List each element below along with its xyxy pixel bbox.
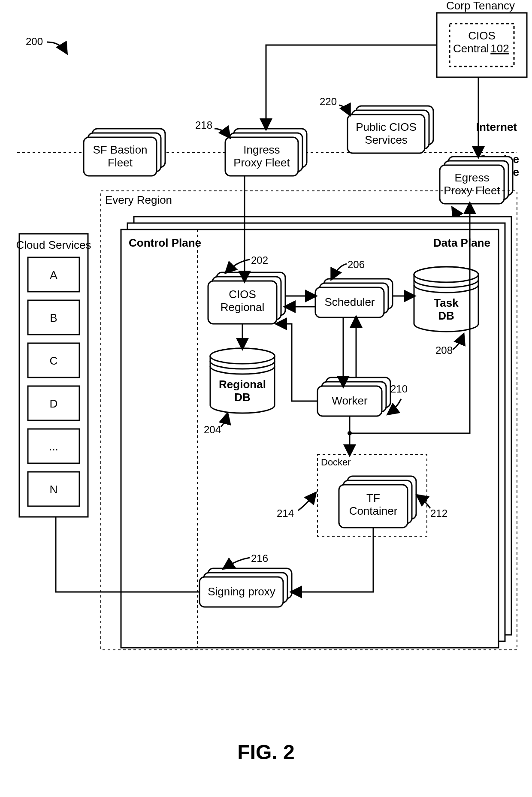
svg-text:C: C (50, 354, 58, 367)
worker: Worker (317, 377, 390, 416)
docker-ref: 214 (277, 507, 294, 519)
svg-text:Regional: Regional (219, 378, 266, 391)
svg-text:Worker: Worker (332, 394, 368, 407)
svg-text:Services: Services (365, 133, 408, 146)
control-plane-label: Control Plane (129, 236, 201, 249)
svg-text:TF: TF (366, 492, 380, 504)
svg-text:CIOS: CIOS (229, 288, 256, 301)
svg-text:Regional: Regional (221, 301, 265, 314)
svg-text:...: ... (49, 440, 58, 453)
regional-db: Regional DB (210, 348, 275, 413)
cloud-item-ellipsis: ... (28, 429, 79, 463)
cios-central-ref: 102 (490, 42, 509, 55)
scheduler-ref: 206 (348, 259, 365, 270)
cios-regional: CIOS Regional (208, 272, 285, 324)
svg-text:B: B (50, 311, 57, 324)
svg-point-36 (414, 267, 478, 282)
internet-label: Internet (476, 121, 517, 133)
docker-label: Docker (321, 457, 351, 468)
signing-proxy: Signing proxy (200, 568, 292, 607)
cloud-item-b: B (28, 300, 79, 335)
tf-container: TF Container (339, 476, 416, 528)
svg-text:Task: Task (434, 296, 459, 309)
tf-ref: 212 (430, 507, 447, 519)
architecture-diagram: 200 Corp Tenancy CIOS Central 102 Intern… (0, 0, 532, 797)
svg-text:SF Bastion: SF Bastion (93, 143, 147, 156)
bastion-fleet: SF Bastion Fleet (84, 129, 165, 176)
cios-central-l1: CIOS (468, 29, 496, 42)
regional-db-ref: 204 (204, 424, 221, 435)
figure-label: FIG. 2 (237, 741, 294, 764)
egress-proxy: Egress Proxy Fleet (440, 157, 513, 204)
svg-text:Container: Container (349, 504, 398, 517)
svg-text:Cloud Services: Cloud Services (16, 238, 91, 251)
svg-text:DB: DB (234, 391, 251, 404)
scheduler: Scheduler (315, 279, 393, 317)
cios-central-l2: Central (453, 42, 489, 55)
svg-text:DB: DB (438, 309, 454, 322)
data-plane-label: Data Plane (433, 236, 490, 249)
svg-text:Fleet: Fleet (108, 156, 133, 169)
ingress-proxy: Ingress Proxy Fleet (225, 129, 307, 176)
signing-ref: 216 (251, 552, 268, 564)
diagram-ref: 200 (26, 36, 43, 47)
cloud-services: Cloud Services A B C D ... N (16, 234, 91, 517)
svg-text:Public CIOS: Public CIOS (356, 121, 417, 133)
every-region-label: Every Region (105, 193, 172, 206)
cloud-item-d: D (28, 386, 79, 420)
public-cios: Public CIOS Services (348, 106, 433, 153)
svg-point-28 (210, 348, 275, 364)
taskdb-ref: 208 (435, 344, 453, 356)
public-ref: 220 (320, 96, 337, 107)
cloud-item-a: A (28, 257, 79, 292)
corp-tenancy-label: Corp Tenancy (446, 0, 515, 12)
svg-text:Proxy Fleet: Proxy Fleet (233, 156, 290, 169)
cios-regional-ref: 202 (251, 254, 268, 266)
svg-text:Signing proxy: Signing proxy (208, 585, 275, 598)
svg-text:Egress: Egress (455, 171, 490, 184)
svg-text:Scheduler: Scheduler (324, 296, 375, 308)
cloud-item-c: C (28, 343, 79, 377)
task-db: Task DB (414, 267, 478, 332)
corp-tenancy-group: Corp Tenancy CIOS Central 102 (437, 0, 527, 77)
svg-text:Ingress: Ingress (243, 143, 280, 156)
ingress-ref: 218 (195, 119, 212, 131)
svg-text:A: A (50, 269, 57, 281)
worker-ref: 210 (390, 383, 408, 395)
svg-text:D: D (50, 397, 58, 410)
svg-text:N: N (50, 483, 58, 496)
cloud-item-n: N (28, 472, 79, 506)
